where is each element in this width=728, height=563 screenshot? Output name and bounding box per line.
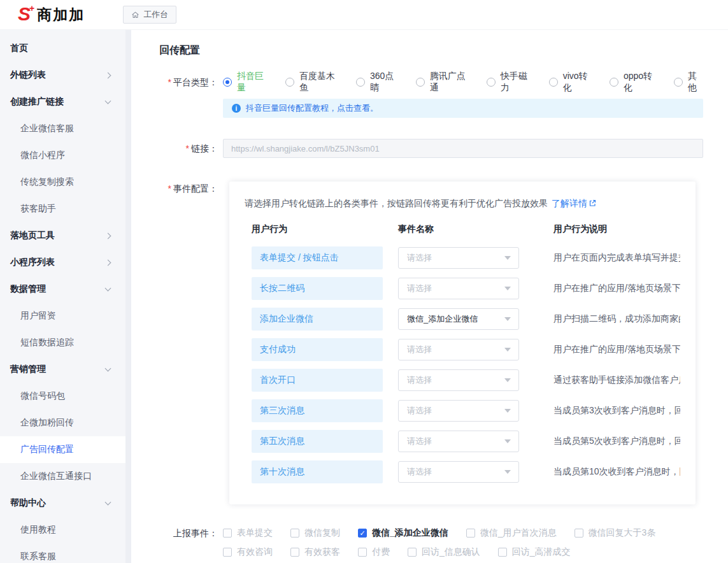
report-checkbox-item[interactable]: 付费 <box>358 546 390 558</box>
checkbox-icon[interactable] <box>223 529 232 538</box>
radio-selected-icon[interactable] <box>223 78 232 87</box>
radio-icon[interactable] <box>487 78 496 87</box>
sidebar-item-label: 创建推广链接 <box>10 96 64 108</box>
report-checkbox-label: 有效获客 <box>304 546 340 558</box>
sidebar-item-6[interactable]: 获客助手 <box>0 196 125 222</box>
sidebar-item-label: 小程序列表 <box>10 257 55 268</box>
radio-icon[interactable] <box>285 78 294 87</box>
event-name-select[interactable]: 请选择 <box>398 431 519 452</box>
sidebar-item-1[interactable]: 外链列表 <box>0 62 125 89</box>
report-check-line-2: 有效咨询有效获客付费回访_信息确认回访_高潜成交 <box>223 543 703 562</box>
chevron-down-icon <box>105 499 111 506</box>
sidebar-item-10[interactable]: 用户留资 <box>0 303 125 329</box>
platform-radio-label: 腾讯广点通 <box>430 71 470 94</box>
sidebar-item-16[interactable]: 企业微信互通接口 <box>0 463 125 490</box>
page-body: 首页外链列表创建推广链接企业微信客服微信小程序传统复制搜索获客助手落地页工具小程… <box>0 30 728 563</box>
user-action-chip[interactable]: 添加企业微信 <box>252 308 383 331</box>
event-name-select[interactable]: 请选择 <box>398 278 519 299</box>
page-title: 回传配置 <box>159 44 703 57</box>
sidebar-item-label: 帮助中心 <box>10 497 46 509</box>
user-action-chip[interactable]: 表单提交 / 按钮点击 <box>252 246 383 269</box>
sidebar-item-label: 微信号码包 <box>20 390 65 402</box>
report-checkbox-item[interactable]: ✓微信_添加企业微信 <box>358 527 448 539</box>
radio-icon[interactable] <box>610 78 618 87</box>
report-checkbox-item[interactable]: 微信回复大于3条 <box>575 527 656 539</box>
sidebar-item-9[interactable]: 数据管理 <box>0 276 125 303</box>
sidebar-item-12[interactable]: 营销管理 <box>0 356 125 383</box>
report-checkbox-item[interactable]: 回访_信息确认 <box>408 546 480 558</box>
sidebar-item-14[interactable]: 企微加粉回传 <box>0 410 125 436</box>
workspace-tab[interactable]: 工作台 <box>123 6 176 24</box>
checkbox-icon[interactable] <box>223 548 232 557</box>
radio-icon[interactable] <box>549 78 558 87</box>
event-row-3: 支付成功请选择用户在推广的应用/落地页场景下发生交... <box>245 338 680 361</box>
user-action-chip[interactable]: 第三次消息 <box>252 399 383 422</box>
platform-radio-2[interactable]: 360点睛 <box>356 71 399 94</box>
sidebar-item-8[interactable]: 小程序列表 <box>0 249 125 276</box>
report-checkbox-item[interactable]: 微信_用户首次消息 <box>466 527 557 539</box>
user-action-chip[interactable]: 第十次消息 <box>252 460 383 483</box>
event-name-select[interactable]: 请选择 <box>398 461 519 483</box>
checkbox-icon[interactable] <box>575 529 583 538</box>
platform-radio-3[interactable]: 腾讯广点通 <box>416 71 470 94</box>
checkbox-checked-icon[interactable]: ✓ <box>358 529 367 538</box>
tutorial-banner[interactable]: i 抖音巨量回传配置教程，点击查看。 <box>223 99 703 118</box>
learn-more-link[interactable]: 了解详情 <box>552 198 587 208</box>
event-name-select[interactable]: 请选择 <box>398 339 519 360</box>
checkbox-icon[interactable] <box>358 548 367 557</box>
platform-type-row: *平台类型： 抖音巨量百度基木鱼360点睛腾讯广点通快手磁力vivo转化oppo… <box>159 73 703 118</box>
external-link-icon <box>589 199 596 207</box>
checkbox-icon[interactable] <box>498 548 507 557</box>
checkbox-icon[interactable] <box>290 529 299 538</box>
sidebar-item-15[interactable]: 广告回传配置 <box>0 436 125 463</box>
report-checkbox-item[interactable]: 微信复制 <box>290 527 340 539</box>
platform-radio-6[interactable]: oppo转化 <box>610 71 657 94</box>
radio-icon[interactable] <box>674 78 683 87</box>
sidebar-item-3[interactable]: 企业微信客服 <box>0 115 125 142</box>
event-row-1: 长按二维码请选择用户在推广的应用/落地页场景下发生的... <box>245 277 680 300</box>
event-name-select[interactable]: 请选择 <box>398 369 519 391</box>
checkbox-icon[interactable] <box>466 529 475 538</box>
platform-radio-0[interactable]: 抖音巨量 <box>223 71 269 94</box>
report-checkbox-item[interactable]: 表单提交 <box>223 527 273 539</box>
user-action-chip[interactable]: 支付成功 <box>252 338 383 361</box>
user-action-chip[interactable]: 首次开口 <box>252 369 383 392</box>
sidebar-item-7[interactable]: 落地页工具 <box>0 222 125 249</box>
report-checkbox-item[interactable]: 有效咨询 <box>223 546 273 558</box>
platform-radio-5[interactable]: vivo转化 <box>549 71 593 94</box>
chevron-down-icon <box>105 366 111 372</box>
user-action-chip[interactable]: 第五次消息 <box>252 430 383 453</box>
radio-icon[interactable] <box>356 78 365 87</box>
report-checkbox-label: 回访_高潜成交 <box>512 546 571 558</box>
sidebar-item-2[interactable]: 创建推广链接 <box>0 89 125 115</box>
report-checkbox-item[interactable]: 有效获客 <box>290 546 340 558</box>
sidebar-item-5[interactable]: 传统复制搜索 <box>0 169 125 196</box>
sidebar-item-4[interactable]: 微信小程序 <box>0 142 125 169</box>
sidebar-item-0[interactable]: 首页 <box>0 35 125 62</box>
tutorial-banner-text[interactable]: 抖音巨量回传配置教程，点击查看。 <box>246 103 378 114</box>
user-action-chip[interactable]: 长按二维码 <box>252 277 383 300</box>
user-action-description: 当成员第10次收到客户消息时，回调此事... <box>553 466 680 478</box>
link-input[interactable]: https://wl.shangjiake.com/l/bZ5JN3sm01 <box>223 139 703 158</box>
user-action-description: 用户扫描二维码，成功添加商家的企业微信 <box>553 313 680 325</box>
sidebar-item-19[interactable]: 联系客服 <box>0 543 125 563</box>
sidebar-item-13[interactable]: 微信号码包 <box>0 383 125 410</box>
sidebar-item-18[interactable]: 使用教程 <box>0 517 125 543</box>
report-checkbox-item[interactable]: 回访_高潜成交 <box>498 546 571 558</box>
event-name-select[interactable]: 请选择 <box>398 247 519 269</box>
event-name-select[interactable]: 请选择 <box>398 400 519 422</box>
platform-radio-4[interactable]: 快手磁力 <box>487 71 532 94</box>
event-name-select[interactable]: 微信_添加企业微信 <box>398 308 519 330</box>
sidebar-item-11[interactable]: 短信数据追踪 <box>0 329 125 356</box>
radio-icon[interactable] <box>416 78 425 87</box>
platform-radio-label: 360点睛 <box>370 71 399 94</box>
platform-radio-7[interactable]: 其他 <box>674 71 703 94</box>
chevron-right-icon <box>105 259 111 266</box>
sidebar-item-label: 首页 <box>10 43 28 54</box>
select-value: 请选择 <box>407 283 432 294</box>
checkbox-icon[interactable] <box>290 548 299 557</box>
checkbox-icon[interactable] <box>408 548 417 557</box>
sidebar-item-17[interactable]: 帮助中心 <box>0 490 125 517</box>
platform-radio-1[interactable]: 百度基木鱼 <box>285 71 339 94</box>
brand-logo[interactable]: S + 商加加 <box>18 4 85 25</box>
